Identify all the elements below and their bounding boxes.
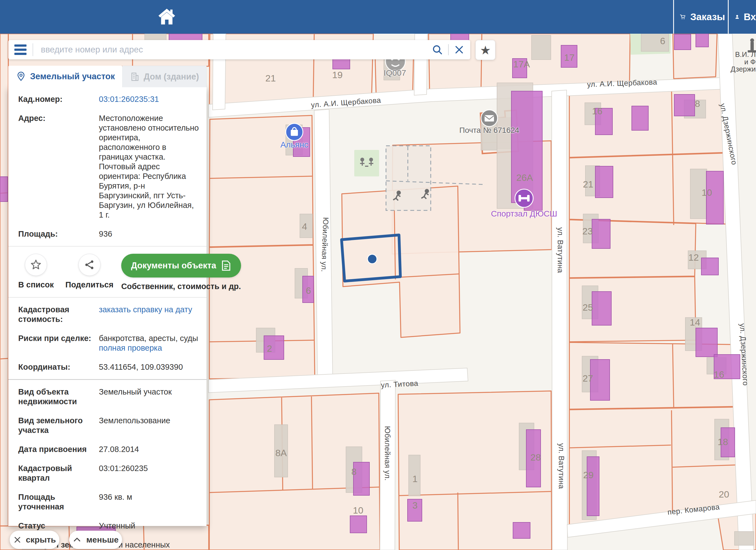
menu-button[interactable] — [14, 44, 27, 55]
clear-search-icon[interactable] — [454, 44, 465, 55]
road-yubileynaya-lower — [380, 380, 395, 550]
home-icon — [156, 6, 177, 27]
document-icon — [221, 260, 231, 271]
divider — [8, 246, 207, 247]
refined-area-label: Площадь уточненная — [18, 492, 99, 512]
action-buttons-row: В список Поделиться Документы объекта — [18, 254, 199, 291]
cadastral-block-label: Кадастровый квартал — [18, 464, 99, 483]
share-action: Поделиться — [65, 254, 113, 289]
topbar-separator — [673, 0, 674, 34]
share-button[interactable] — [78, 254, 101, 276]
add-to-list-caption: В список — [18, 280, 54, 289]
selected-parcel-marker — [368, 254, 377, 264]
post-office-icon — [481, 110, 498, 126]
parcel-kind-label: Вид земельного участка — [18, 416, 99, 435]
login-button[interactable]: Вход — [734, 0, 756, 34]
search-icons-divider — [448, 44, 449, 55]
tab-house-building[interactable]: Дом (здание) — [122, 66, 207, 87]
login-label: Вход — [744, 11, 756, 22]
object-kind-value: Земельный участок — [99, 387, 199, 406]
search-input[interactable] — [40, 44, 432, 55]
search-bar — [8, 40, 470, 59]
playground-area — [354, 150, 379, 176]
topbar-separator — [728, 0, 729, 34]
address-row: Адрес: Местоположение установлено относи… — [18, 113, 199, 220]
gym-dumbbell-icon — [515, 189, 533, 207]
home-button[interactable] — [156, 6, 177, 27]
refined-area-value: 936 кв. м — [99, 492, 199, 512]
hide-panel-label: скрыть — [26, 535, 56, 544]
road-vatutina — [552, 90, 567, 550]
status-value: Учтенный — [99, 521, 199, 531]
area-value: 936 — [99, 229, 199, 239]
coordinates-label: Координаты: — [18, 362, 99, 372]
detail-row: Вид земельного участка Землепользование — [18, 416, 199, 435]
detail-row: Статус Учтенный — [18, 521, 199, 531]
assignment-date-label: Дата присвоения — [18, 445, 99, 454]
detail-row: Вид объекта недвижимости Земельный участ… — [18, 387, 199, 406]
collapse-panel-label: меньше — [86, 535, 118, 544]
road-yubileynaya-upper — [314, 109, 333, 380]
coordinates-row: Координаты: 53.411654, 109.039390 — [18, 362, 199, 372]
section-divider — [8, 379, 207, 380]
shop-icon — [286, 123, 303, 141]
assignment-date-value: 27.08.2014 — [99, 445, 199, 454]
address-value: Местоположение установлено относительно … — [99, 113, 199, 220]
cadastral-value-row: Кадастровая стоимость: заказать справку … — [18, 305, 199, 324]
object-kind-label: Вид объекта недвижимости — [18, 387, 99, 406]
favorites-button[interactable]: ★ — [475, 40, 495, 60]
search-divider — [33, 43, 33, 56]
cadastral-value-label: Кадастровая стоимость: — [18, 305, 99, 324]
area-label: Площадь: — [18, 229, 99, 239]
documents-action: Документы объекта Собственник, стоимость… — [121, 254, 241, 291]
area-row: Площадь: 936 — [18, 229, 199, 239]
collapse-panel-button[interactable]: меньше — [69, 531, 122, 549]
object-documents-button[interactable]: Документы объекта — [121, 254, 241, 277]
star-outline-icon — [30, 259, 42, 271]
cadastral-block-value: 03:01:260235 — [99, 464, 199, 483]
address-label: Адрес: — [18, 113, 99, 220]
add-to-list-button[interactable] — [25, 254, 47, 276]
deal-risks-row: Риски при сделке: банкротства, аресты, с… — [18, 334, 199, 353]
share-caption: Поделиться — [65, 280, 113, 289]
chevron-up-icon — [72, 535, 82, 544]
full-check-link[interactable]: полная проверка — [99, 343, 162, 352]
tab-land-label: Земельный участок — [30, 72, 115, 81]
close-icon — [13, 536, 22, 544]
tab-house-label: Дом (здание) — [144, 72, 199, 82]
detail-row: Кадастровый квартал 03:01:260235 — [18, 464, 199, 483]
top-navigation-bar: Заказы Вход — [0, 0, 756, 34]
deal-risks-label: Риски при сделке: — [18, 334, 99, 353]
share-icon — [84, 259, 95, 271]
kad-number-label: Кад.номер: — [18, 94, 99, 104]
favorite-action: В список — [18, 254, 54, 289]
detail-row: Площадь уточненная 936 кв. м — [18, 492, 199, 512]
tab-land-parcel[interactable]: Земельный участок — [8, 66, 122, 87]
location-pin-icon — [16, 71, 26, 82]
deal-risks-value: банкротства, аресты, суды — [99, 334, 199, 343]
app-root: ул. А.И. Щербаковаул. А.И. ЩербаковаЮбил… — [0, 0, 756, 550]
hide-panel-button[interactable]: скрыть — [10, 531, 59, 549]
parcel-kind-value: Землепользование — [99, 416, 199, 435]
detail-row: Дата присвоения 27.08.2014 — [18, 445, 199, 454]
parcel-info-panel: Кад.номер: 03:01:260235:31 Адрес: Местоп… — [8, 87, 207, 526]
divider — [8, 297, 207, 298]
status-label: Статус — [18, 521, 99, 531]
order-certificate-link[interactable]: заказать справку на дату — [99, 305, 192, 314]
cart-icon — [680, 10, 686, 23]
search-icon[interactable] — [432, 44, 443, 55]
coordinates-value: 53.411654, 109.039390 — [99, 362, 199, 372]
orders-label: Заказы — [690, 11, 725, 22]
kad-number-link[interactable]: 03:01:260235:31 — [99, 95, 159, 104]
documents-caption: Собственник, стоимость и др. — [121, 282, 241, 291]
kad-number-row: Кад.номер: 03:01:260235:31 — [18, 94, 199, 104]
object-type-tabs: Земельный участок Дом (здание) — [8, 66, 207, 87]
building-icon — [130, 72, 140, 82]
user-icon — [734, 10, 740, 23]
orders-button[interactable]: Заказы — [680, 0, 725, 34]
object-documents-label: Документы объекта — [131, 261, 216, 271]
